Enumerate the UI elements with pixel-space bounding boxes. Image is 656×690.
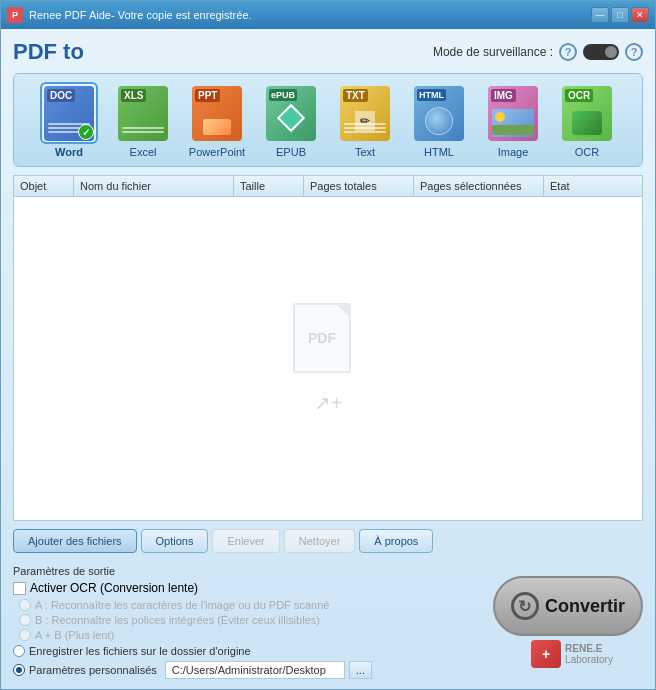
- format-ppt-button[interactable]: PowerPoint: [182, 82, 252, 158]
- format-text-button[interactable]: ✏ Text: [330, 82, 400, 158]
- browse-button[interactable]: ...: [349, 661, 372, 679]
- text-label: Text: [355, 146, 375, 158]
- col-pages-total: Pages totales: [304, 176, 414, 196]
- convert-button[interactable]: ↻ Convertir: [493, 576, 643, 636]
- ocr-icon: [562, 86, 612, 141]
- html-label: HTML: [424, 146, 454, 158]
- window-controls: — □ ✕: [591, 7, 649, 23]
- img-icon: [488, 86, 538, 141]
- format-excel-icon-box: [114, 82, 172, 144]
- ocr-checkbox-label: Activer OCR (Conversion lente): [30, 581, 198, 595]
- maximize-button[interactable]: □: [611, 7, 629, 23]
- about-button[interactable]: À propos: [359, 529, 433, 553]
- title-bar: P Renee PDF Aide- Votre copie est enregi…: [1, 1, 655, 29]
- col-pages-selected: Pages sélectionnées: [414, 176, 544, 196]
- remove-button[interactable]: Enlever: [212, 529, 279, 553]
- radio-ab-row: A + B (Plus lent): [19, 629, 483, 641]
- pdf-to-label: PDF to: [13, 39, 84, 65]
- params-title: Paramètres de sortie: [13, 565, 483, 577]
- radio-origin[interactable]: [13, 645, 25, 657]
- pdf-fold: [337, 305, 349, 317]
- ppt-icon-inner: [196, 119, 238, 135]
- main-window: P Renee PDF Aide- Votre copie est enregi…: [0, 0, 656, 690]
- brand-icon: +: [531, 640, 561, 668]
- radio-a-row: A : Reconnaître les caractères de l'imag…: [19, 599, 483, 611]
- minimize-button[interactable]: —: [591, 7, 609, 23]
- ppt-label: PowerPoint: [189, 146, 245, 158]
- img-sun: [495, 112, 505, 122]
- col-filename: Nom du fichier: [74, 176, 234, 196]
- format-word-icon-box: ✓: [40, 82, 98, 144]
- brand-row: + RENE.E Laboratory: [531, 640, 613, 668]
- toggle-knob: [605, 46, 617, 58]
- surveillance-row: Mode de surveillance : ? ?: [433, 43, 643, 61]
- close-button[interactable]: ✕: [631, 7, 649, 23]
- txt-icon: ✏: [340, 86, 390, 141]
- ocr-checkbox[interactable]: [13, 582, 26, 595]
- output-custom-row: Paramètres personnalisés C:/Users/Admini…: [13, 661, 483, 679]
- bottom-row: Paramètres de sortie Activer OCR (Conver…: [13, 565, 643, 679]
- icon-line-3: [344, 131, 386, 133]
- file-table: Objet Nom du fichier Taille Pages totale…: [13, 175, 643, 521]
- active-checkmark: ✓: [78, 124, 94, 140]
- icon-line-1: [122, 127, 164, 129]
- format-word-button[interactable]: ✓ Word: [34, 82, 104, 158]
- html-icon: [414, 86, 464, 141]
- format-epub-button[interactable]: EPUB: [256, 82, 326, 158]
- ocr-label: OCR: [575, 146, 599, 158]
- format-image-button[interactable]: Image: [478, 82, 548, 158]
- epub-label: EPUB: [276, 146, 306, 158]
- ocr-radio-group: A : Reconnaître les caractères de l'imag…: [19, 599, 483, 641]
- format-buttons-row: ✓ Word Excel: [13, 73, 643, 167]
- params-section: Paramètres de sortie Activer OCR (Conver…: [13, 565, 483, 679]
- drop-hint: ↗+: [293, 303, 363, 415]
- convert-area: ↻ Convertir + RENE.E Laboratory: [493, 576, 643, 668]
- radio-a-label: A : Reconnaître les caractères de l'imag…: [35, 599, 329, 611]
- title-bar-left: P Renee PDF Aide- Votre copie est enregi…: [7, 7, 252, 23]
- epub-icon: [266, 86, 316, 141]
- radio-b-label: B : Reconnaître les polices intégrées (É…: [35, 614, 320, 626]
- table-body[interactable]: ↗+: [14, 197, 642, 520]
- convert-icon: ↻: [511, 592, 539, 620]
- ppt-icon: [192, 86, 242, 141]
- format-ocr-button[interactable]: OCR: [552, 82, 622, 158]
- format-excel-button[interactable]: Excel: [108, 82, 178, 158]
- radio-custom-fill: [16, 667, 22, 673]
- col-status: Etat: [544, 176, 624, 196]
- clean-button[interactable]: Nettoyer: [284, 529, 356, 553]
- format-image-icon-box: [484, 82, 542, 144]
- brand-line1: RENE.E: [565, 643, 613, 654]
- brand-line2: Laboratory: [565, 654, 613, 665]
- radio-ab[interactable]: [19, 629, 31, 641]
- format-html-icon-box: [410, 82, 468, 144]
- custom-path-display: C:/Users/Administrator/Desktop: [165, 661, 345, 679]
- add-files-button[interactable]: Ajouter des fichiers: [13, 529, 137, 553]
- ocr-bird: [572, 111, 602, 135]
- format-ocr-icon-box: [558, 82, 616, 144]
- format-html-button[interactable]: HTML: [404, 82, 474, 158]
- convert-label: Convertir: [545, 596, 625, 617]
- radio-b[interactable]: [19, 614, 31, 626]
- pdf-page-icon: [293, 303, 351, 373]
- action-buttons: Ajouter des fichiers Options Enlever Net…: [13, 529, 643, 553]
- options-button[interactable]: Options: [141, 529, 209, 553]
- surveillance-toggle[interactable]: [583, 44, 619, 60]
- output-origin-row: Enregistrer les fichiers sur le dossier …: [13, 645, 483, 657]
- image-label: Image: [498, 146, 529, 158]
- format-epub-icon-box: [262, 82, 320, 144]
- word-label: Word: [55, 146, 83, 158]
- pdf-drop-icon: [293, 303, 363, 383]
- format-ppt-icon-box: [188, 82, 246, 144]
- icon-line-2: [122, 131, 164, 133]
- output-origin-label: Enregistrer les fichiers sur le dossier …: [29, 645, 251, 657]
- ppt-inner-image: [203, 119, 231, 135]
- radio-custom[interactable]: [13, 664, 25, 676]
- content-area: PDF to Mode de surveillance : ? ?: [1, 29, 655, 689]
- question-icon-left[interactable]: ?: [559, 43, 577, 61]
- globe-icon: [425, 107, 453, 135]
- xls-icon-lines: [122, 127, 164, 133]
- cursor-plus-icon: ↗+: [314, 391, 343, 415]
- radio-a[interactable]: [19, 599, 31, 611]
- question-icon-right[interactable]: ?: [625, 43, 643, 61]
- xls-icon: [118, 86, 168, 141]
